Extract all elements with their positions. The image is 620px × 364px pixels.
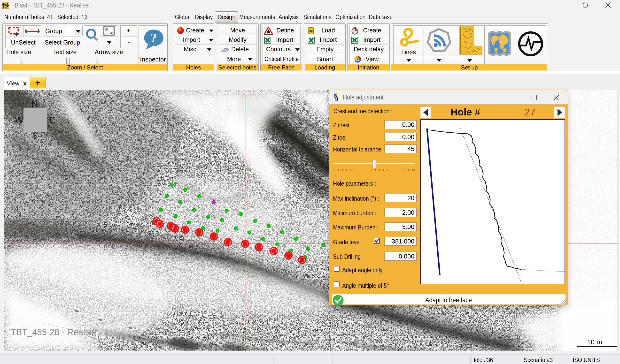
svg-text:HF: HF <box>309 29 313 33</box>
svg-text:W: W <box>15 115 23 125</box>
svg-text:E: E <box>49 115 55 125</box>
svg-text:N: N <box>31 99 38 109</box>
svg-text:?: ? <box>151 31 157 45</box>
svg-text:S: S <box>32 131 38 141</box>
svg-text:10 m: 10 m <box>587 338 602 346</box>
svg-text:TBT_455-28 - Réalisé: TBT_455-28 - Réalisé <box>11 327 96 337</box>
